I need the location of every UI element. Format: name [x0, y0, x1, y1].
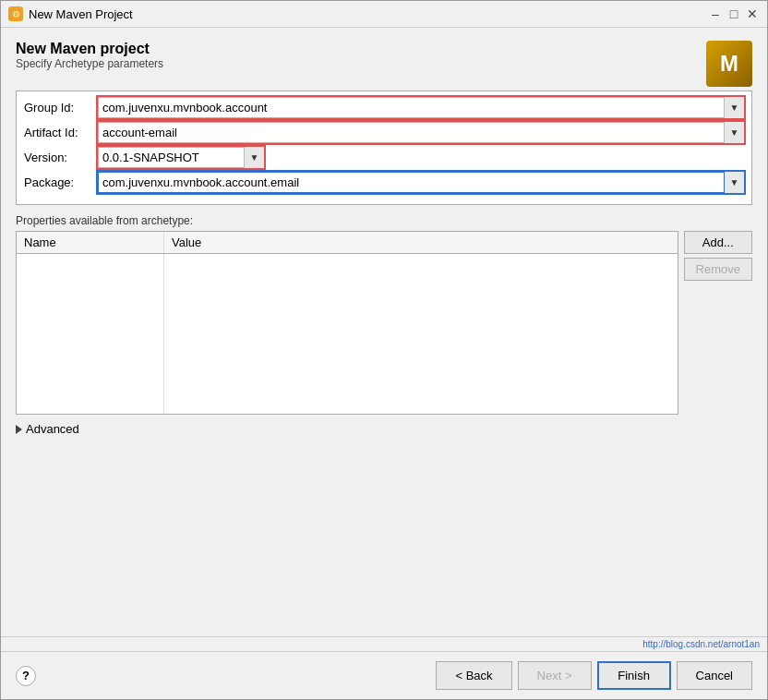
group-id-row: Group Id: ▼	[24, 97, 744, 118]
advanced-label: Advanced	[26, 422, 79, 436]
subtitle: Specify Archetype parameters	[16, 57, 163, 70]
group-id-wrapper: ▼	[98, 97, 744, 118]
title-bar-left: ⚙ New Maven Project	[8, 6, 133, 21]
title-bar-controls: – □ ✕	[708, 6, 760, 21]
title-bar: ⚙ New Maven Project – □ ✕	[1, 1, 767, 28]
back-button[interactable]: < Back	[436, 661, 511, 690]
artifact-id-input[interactable]	[98, 122, 744, 143]
package-wrapper: ▼	[98, 172, 744, 193]
name-col	[17, 254, 164, 414]
advanced-section[interactable]: Advanced	[16, 422, 752, 436]
close-button[interactable]: ✕	[745, 6, 760, 21]
watermark: http://blog.csdn.net/arnot1an	[1, 637, 767, 651]
package-dropdown[interactable]: ▼	[724, 172, 744, 193]
properties-label: Properties available from archetype:	[16, 214, 752, 227]
version-label: Version:	[24, 151, 98, 164]
value-col	[164, 254, 678, 414]
artifact-id-row: Artifact Id: ▼	[24, 122, 744, 143]
page-header: New Maven project Specify Archetype para…	[16, 41, 752, 87]
advanced-triangle-icon	[16, 425, 22, 434]
table-header: Name Value	[17, 232, 678, 254]
remove-button[interactable]: Remove	[684, 258, 752, 281]
page-title: New Maven project	[16, 41, 163, 57]
maximize-button[interactable]: □	[726, 6, 741, 21]
col-name-header: Name	[17, 232, 164, 253]
footer: ? < Back Next > Finish Cancel	[1, 651, 767, 699]
package-input[interactable]	[98, 172, 744, 193]
col-value-header: Value	[164, 232, 678, 253]
table-body	[17, 254, 678, 414]
version-input[interactable]	[98, 147, 264, 168]
maven-icon: ⚙	[8, 6, 23, 21]
footer-buttons: < Back Next > Finish Cancel	[436, 661, 752, 690]
properties-table: Name Value	[16, 231, 678, 415]
dialog: ⚙ New Maven Project – □ ✕ New Maven proj…	[0, 0, 768, 700]
table-container: Name Value Add... Remove	[16, 231, 752, 415]
artifact-id-dropdown[interactable]: ▼	[724, 122, 744, 143]
content-area: New Maven project Specify Archetype para…	[1, 28, 767, 629]
version-wrapper: ▼	[98, 147, 264, 168]
finish-button[interactable]: Finish	[597, 661, 671, 690]
artifact-id-label: Artifact Id:	[24, 126, 98, 139]
group-id-dropdown[interactable]: ▼	[724, 97, 744, 118]
form-area: Group Id: ▼ Artifact Id: ▼ Version:	[16, 91, 752, 205]
title-bar-title: New Maven Project	[29, 7, 133, 21]
next-button[interactable]: Next >	[518, 661, 592, 690]
minimize-button[interactable]: –	[708, 6, 723, 21]
version-row: Version: ▼	[24, 147, 744, 168]
package-row: Package: ▼	[24, 172, 744, 193]
cancel-button[interactable]: Cancel	[677, 661, 752, 690]
version-dropdown[interactable]: ▼	[244, 147, 264, 168]
help-button[interactable]: ?	[16, 666, 36, 686]
group-id-input[interactable]	[98, 97, 744, 118]
add-button[interactable]: Add...	[684, 231, 752, 254]
table-buttons: Add... Remove	[684, 231, 752, 415]
spacer	[16, 436, 752, 620]
header-text: New Maven project Specify Archetype para…	[16, 41, 163, 83]
footer-left: ?	[16, 666, 36, 686]
package-label: Package:	[24, 175, 98, 189]
artifact-id-wrapper: ▼	[98, 122, 744, 143]
group-id-label: Group Id:	[24, 101, 98, 115]
maven-logo: M	[706, 41, 752, 87]
